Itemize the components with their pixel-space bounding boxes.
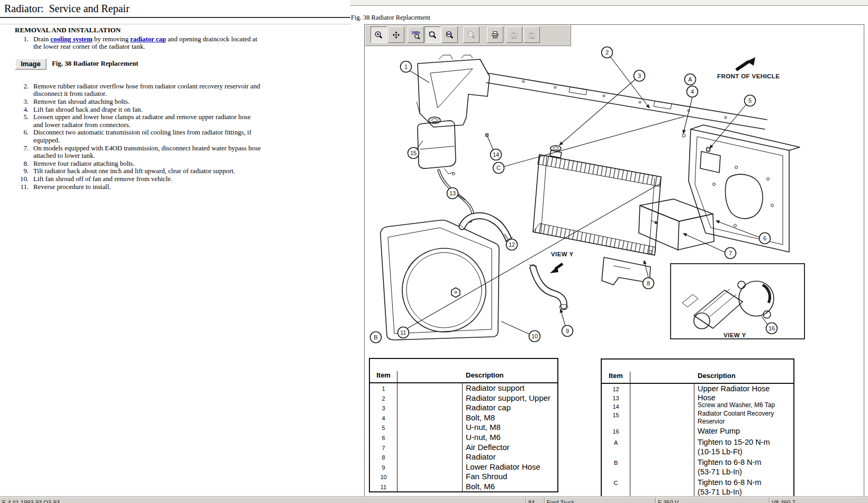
figure-caption: Fig. 38 Radiator Replacement (52, 60, 138, 68)
svg-text:100%: 100% (411, 31, 420, 34)
pan-button[interactable] (388, 26, 404, 43)
zoom-100-button[interactable]: 100% (408, 26, 424, 43)
service-manual-window: Radiator: Service and Repair Fig. 38 Rad… (0, 0, 868, 503)
zoom-in-button[interactable] (370, 26, 387, 43)
step-2: 2.Remove rubber radiator overflow hose f… (15, 83, 269, 98)
svg-text:16: 16 (768, 325, 775, 331)
empty-cell (397, 403, 463, 413)
empty-cell (397, 462, 463, 472)
svg-text:9: 9 (566, 328, 569, 334)
next-image-button[interactable] (523, 26, 540, 43)
image-button[interactable]: Image (15, 58, 47, 70)
table-row: 1Radiator support (370, 383, 557, 393)
empty-cell (630, 401, 694, 410)
item-cell: 7 (370, 443, 397, 453)
callout-2: 2 (602, 47, 613, 58)
description-cell: Radiator support, Upper (463, 393, 557, 403)
svg-text:7: 7 (729, 250, 732, 256)
table-row: 5U-nut, M8 (370, 423, 557, 433)
description-cell: Screw and Washer, M6 Tap (694, 401, 793, 410)
step-6: 6.Disconnect two automatic transmission … (15, 129, 269, 144)
description-cell: Radiator cap (463, 403, 557, 413)
step-7: 7.On models equipped with E4OD transmiss… (15, 145, 269, 160)
print-button[interactable] (487, 26, 503, 43)
prev-image-button[interactable] (506, 26, 522, 43)
empty-cell (397, 472, 463, 482)
fit-width-button[interactable] (441, 26, 458, 43)
item-cell: B (602, 457, 630, 478)
front-of-vehicle-label: FRONT OF VEHICLE (717, 73, 780, 79)
view-y-inset: VIEW Y (671, 264, 804, 339)
step-text: Loosen upper and lower hose clamps at ra… (33, 113, 262, 129)
radiator-support-upper (486, 73, 767, 129)
item-cell: 14 (602, 401, 630, 410)
parts-table-items-1-11: Item Description 1Radiator support 2Radi… (369, 358, 558, 492)
description-cell: Radiator support (463, 383, 557, 393)
callout-9: 9 (562, 326, 573, 337)
step-text: Remove rubber radiator overflow hose fro… (33, 83, 262, 98)
callout-11: 11 (398, 327, 409, 338)
cooling-system-link[interactable]: cooling system (50, 35, 92, 43)
prev-image-icon (510, 29, 519, 41)
description-cell: Lower Radiator Hose (463, 462, 557, 472)
step-3: 3.Remove fan shroud attaching bolts. (15, 98, 269, 106)
empty-cell (397, 383, 463, 393)
item-cell: 16 (602, 426, 630, 437)
step-10: 10.Lift fan shroud off of fan and remove… (15, 175, 269, 183)
item-column-header: Item (370, 371, 397, 382)
parts-table-items-12-16: Item Description 12Upper Radiator Hose 1… (601, 358, 794, 497)
table-row: 7Air Deflector (370, 443, 557, 453)
empty-cell (630, 426, 694, 437)
step-number: 2. (15, 83, 33, 98)
fit-page-button[interactable] (424, 26, 441, 43)
step-text: Lift fan shroud back and drape it on fan… (33, 106, 262, 114)
table-row: 2Radiator support, Upper (370, 393, 557, 403)
item-cell: 2 (370, 393, 397, 403)
svg-text:3: 3 (638, 73, 641, 79)
table-row: 9Lower Radiator Hose (370, 462, 557, 472)
callout-3: 3 (634, 70, 645, 82)
leader-line (408, 184, 659, 328)
callout-4: 4 (687, 86, 698, 97)
svg-text:13: 13 (449, 190, 456, 196)
table-header: Item Description (602, 360, 793, 384)
step-4: 4.Lift fan shroud back and drape it on f… (15, 106, 269, 114)
leader-line (501, 116, 684, 167)
status-segment: E 350 V (655, 497, 769, 503)
description-column-header: Description (463, 371, 557, 382)
description-cell: Bolt, M8 (463, 413, 557, 423)
table-row: 13Hose (602, 393, 793, 401)
status-segment: F-4 #1 1993-93 Q3-93 (0, 497, 526, 503)
empty-cell (397, 482, 463, 492)
callout-10: 10 (529, 331, 540, 342)
item-cell: 8 (370, 452, 397, 462)
callout-C: C (493, 163, 504, 174)
description-cell: U-nut, M8 (463, 423, 557, 433)
table-row: 4Bolt, M8 (370, 413, 557, 423)
step-text: Tilt radiator back about one inch and li… (33, 167, 262, 175)
callout-1: 1 (401, 61, 412, 73)
view-y-marker: VIEW Y (550, 251, 573, 273)
zoom-out-button[interactable] (463, 26, 480, 43)
step-5: 5.Loosen upper and lower hose clamps at … (15, 113, 269, 129)
empty-cell (397, 433, 463, 443)
step-number: 8. (15, 160, 33, 168)
item-cell: 13 (602, 393, 630, 401)
callout-13: 13 (447, 188, 458, 199)
item-cell: C (602, 478, 630, 497)
callout-B: B (370, 332, 382, 343)
procedure-text: REMOVAL AND INSTALLATION 1. Drain coolin… (15, 26, 269, 191)
radiator (533, 146, 661, 255)
description-cell: Upper Radiator Hose (694, 384, 793, 393)
step-text: Disconnect two automatic transmission oi… (33, 129, 262, 144)
step-text: Remove four radiator attaching bolts. (33, 160, 262, 168)
step-number: 11. (15, 183, 33, 191)
table-row: 14Screw and Washer, M6 Tap (602, 401, 793, 410)
table-row: 6U-nut, M6 (370, 433, 557, 443)
description-cell: Fan Shroud (463, 472, 557, 482)
callout-8: 8 (643, 278, 654, 289)
callout-7: 7 (725, 248, 736, 259)
radiator-cap-link[interactable]: radiator cap (130, 35, 166, 43)
page-title: Radiator: Service and Repair (4, 3, 130, 15)
fit-page-icon (428, 29, 437, 41)
